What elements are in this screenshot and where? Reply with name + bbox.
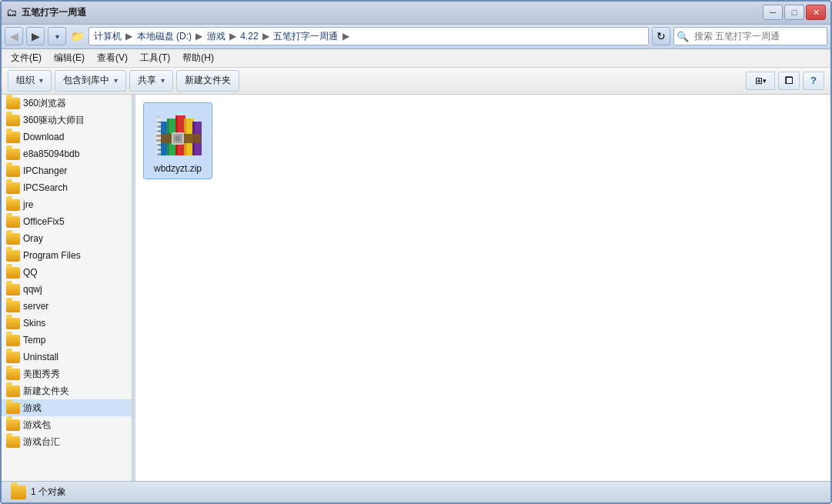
menu-help[interactable]: 帮助(H) [176,50,220,66]
sidebar-item-label: 美图秀秀 [23,368,60,381]
organize-chevron: ▾ [39,76,43,85]
sidebar[interactable]: 360浏览器 360驱动大师目 Download e8a85094bdb IPC… [2,95,132,481]
sidebar-item-jre[interactable]: jre [2,196,132,213]
folder-icon [6,115,20,126]
sidebar-item-label: QQ [23,267,38,278]
menu-view[interactable]: 查看(V) [91,50,134,66]
recent-locations-button[interactable]: ▾ [48,27,66,45]
back-button[interactable]: ◀ [5,27,23,45]
share-chevron: ▾ [161,76,165,85]
folder-icon [6,301,20,312]
maximize-button[interactable]: □ [784,5,804,20]
folder-icon [6,250,20,262]
share-button[interactable]: 共享 ▾ [129,70,173,92]
main-content: 360浏览器 360驱动大师目 Download e8a85094bdb IPC… [2,95,830,481]
sidebar-item-skins[interactable]: Skins [2,315,132,332]
folder-icon [6,233,20,245]
sidebar-item-programfiles[interactable]: Program Files [2,247,132,264]
folder-icon [6,318,20,329]
sidebar-item-download[interactable]: Download [2,129,132,145]
organize-button[interactable]: 组织 ▾ [8,70,52,92]
file-item-wbdzyzt[interactable]: wbdzyzt.zip [143,102,212,179]
sidebar-item-oray[interactable]: Oray [2,230,132,247]
folder-icon [6,267,20,279]
organize-label: 组织 [16,74,35,87]
sidebar-item-360browser[interactable]: 360浏览器 [2,95,132,112]
sidebar-item-meituxiuxiu[interactable]: 美图秀秀 [2,365,132,382]
right-panel: wbdzyzt.zip [135,95,830,481]
sidebar-item-officefix5[interactable]: OfficeFix5 [2,213,132,230]
sidebar-item-label: e8a85094bdb [23,149,79,159]
status-folder-icon [11,486,26,499]
view-icon: ⊞ [755,75,763,86]
include-library-button[interactable]: 包含到库中 ▾ [55,70,126,92]
folder-icon [6,436,20,448]
svg-rect-15 [156,118,161,121]
menu-bar: 文件(E) 编辑(E) 查看(V) 工具(T) 帮助(H) [2,49,830,68]
sidebar-item-ipchanger[interactable]: IPChanger [2,162,132,179]
folder-icon [6,419,20,431]
sidebar-item-temp[interactable]: Temp [2,332,132,349]
svg-rect-18 [156,132,161,135]
sidebar-item-ipcsearch[interactable]: IPCSearch [2,179,132,196]
preview-icon: ⧠ [784,75,794,86]
svg-rect-13 [175,136,180,141]
folder-icon [6,149,20,160]
svg-rect-17 [156,128,161,130]
sidebar-item-gamespack[interactable]: 游戏包 [2,416,132,433]
menu-tools[interactable]: 工具(T) [134,50,176,66]
svg-rect-14 [156,115,161,155]
sidebar-item-label: IPCSearch [23,182,68,193]
menu-edit[interactable]: 编辑(E) [48,50,91,66]
forward-button[interactable]: ▶ [26,27,45,45]
help-icon: ? [810,75,817,86]
window-frame: 🗂 五笔打字一周通 ─ □ ✕ ◀ ▶ ▾ 📁 计算机 ▶ 本地磁盘 (D:) … [0,0,832,504]
preview-pane-button[interactable]: ⧠ [778,72,800,90]
folder-icon [6,402,20,414]
minimize-button[interactable]: ─ [763,5,783,20]
folder-icon [6,352,20,363]
address-bar: ◀ ▶ ▾ 📁 计算机 ▶ 本地磁盘 (D:) ▶ 游戏 ▶ 4.22 ▶ 五笔… [2,25,830,49]
location-folder-icon: 📁 [71,30,84,42]
refresh-button[interactable]: ↻ [652,27,670,45]
svg-rect-20 [156,142,161,144]
sidebar-item-label: qqwj [23,284,42,295]
window-icon: 🗂 [6,6,17,18]
sidebar-item-newfolder[interactable]: 新建文件夹 [2,382,132,399]
svg-rect-19 [156,137,161,139]
sidebar-item-games[interactable]: 游戏 [2,399,132,416]
folder-icon [6,335,20,346]
sidebar-item-360driver[interactable]: 360驱动大师目 [2,112,132,129]
sidebar-item-label: jre [23,199,33,210]
folder-icon [6,216,20,228]
sidebar-item-qqwj[interactable]: qqwj [2,281,132,298]
breadcrumb-text: 计算机 ▶ 本地磁盘 (D:) ▶ 游戏 ▶ 4.22 ▶ 五笔打字一周通 ▶ [94,30,351,43]
toolbar: 组织 ▾ 包含到库中 ▾ 共享 ▾ 新建文件夹 ⊞ ▾ ⧠ ? [2,68,830,95]
svg-rect-21 [156,146,161,149]
folder-icon [6,386,20,397]
sidebar-item-qq[interactable]: QQ [2,264,132,281]
sidebar-item-label: Temp [23,335,45,345]
view-options-button[interactable]: ⊞ ▾ [746,72,775,90]
breadcrumb-bar[interactable]: 计算机 ▶ 本地磁盘 (D:) ▶ 游戏 ▶ 4.22 ▶ 五笔打字一周通 ▶ [89,27,649,45]
folder-icon [6,98,20,109]
sidebar-item-label: server [23,301,48,312]
new-folder-button[interactable]: 新建文件夹 [176,70,239,92]
folder-icon [6,284,20,295]
title-bar-left: 🗂 五笔打字一周通 [6,6,86,19]
sidebar-item-e8a[interactable]: e8a85094bdb [2,145,132,162]
close-button[interactable]: ✕ [806,5,826,20]
sidebar-item-server[interactable]: server [2,298,132,315]
sidebar-item-label: 游戏 [23,402,42,415]
svg-rect-22 [156,151,161,153]
sidebar-item-label: IPChanger [23,165,67,176]
sidebar-item-uninstall[interactable]: Uninstall [2,349,132,365]
help-button[interactable]: ? [803,72,824,90]
search-input[interactable] [691,31,827,42]
search-icon: 🔍 [674,31,691,42]
folder-icon [6,199,20,211]
sidebar-item-gameshub[interactable]: 游戏台汇 [2,433,132,450]
sidebar-item-label: 新建文件夹 [23,385,69,398]
menu-file[interactable]: 文件(E) [5,50,48,66]
status-bar: 1 个对象 [2,481,830,502]
